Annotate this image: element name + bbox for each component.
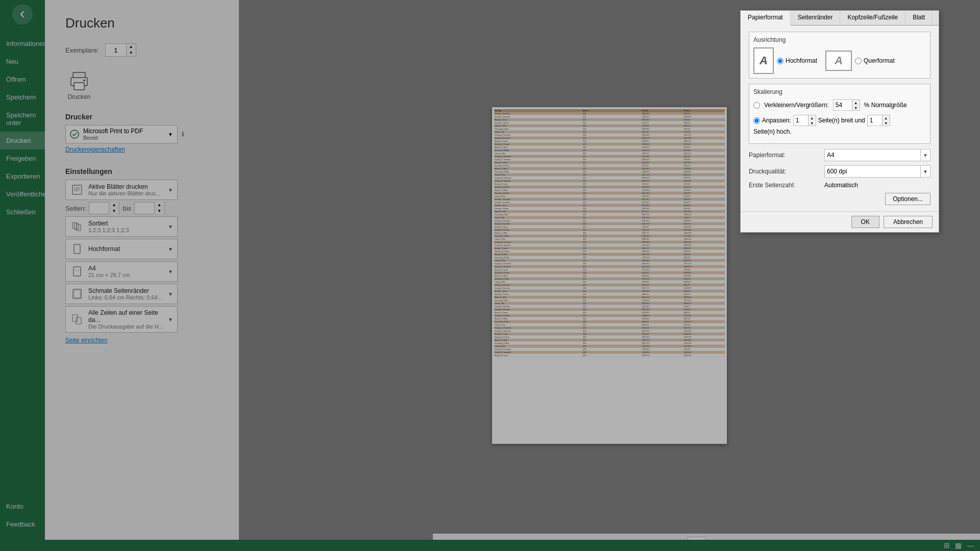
fit-height-decrement[interactable]: ▼ [883, 120, 890, 126]
landscape-radio[interactable] [855, 58, 862, 64]
scale-percent-radio[interactable] [753, 102, 760, 109]
tab-kopfzeile[interactable]: Kopfzeile/Fußzeile [840, 11, 905, 25]
page-setup-dialog: Papierformat Seitenränder Kopfzeile/Fußz… [740, 10, 939, 233]
scale-percent-spinner[interactable]: ▲ ▼ [833, 99, 860, 111]
abbrechen-button[interactable]: Abbrechen [884, 216, 933, 228]
tab-blatt[interactable]: Blatt [905, 11, 933, 25]
verkleinern-row: Verkleinern/Vergrößern: ▲ ▼ % Normalgröß… [753, 99, 926, 111]
papierformat-label: Papierformat: [749, 152, 820, 159]
landscape-label: Querformat [864, 57, 895, 64]
ausrichtung-label: Ausrichtung [753, 36, 926, 43]
druckqualitaet-label: Druckqualität: [749, 168, 820, 175]
papierformat-value: A4 [825, 152, 920, 159]
skalierung-label: Skalierung [753, 88, 926, 95]
optionen-button[interactable]: Optionen... [885, 193, 930, 205]
erste-seitenzahl-row: Erste Seitenzahl: Automatisch [749, 182, 930, 189]
druckqualitaet-dropdown[interactable]: 600 dpi ▼ [824, 165, 930, 178]
portrait-box: A [753, 47, 774, 74]
verkleinern-label: Verkleinern/Vergrößern: [764, 102, 829, 109]
druckqualitaet-arrow: ▼ [920, 166, 930, 177]
dialog-body: Ausrichtung A Hochformat [741, 26, 939, 211]
druckqualitaet-value: 600 dpi [825, 168, 920, 175]
tab-papierformat[interactable]: Papierformat [741, 11, 791, 26]
landscape-box: A [825, 51, 852, 71]
anpassen-row: Anpassen: ▲ ▼ Seite(n) breit und ▲ ▼ [753, 115, 926, 135]
dialog-tabs: Papierformat Seitenränder Kopfzeile/Fußz… [741, 11, 939, 26]
erste-seitenzahl-label: Erste Seitenzahl: [749, 182, 820, 189]
dialog-footer: OK Abbrechen [741, 211, 939, 232]
fit-width-increment[interactable]: ▲ [808, 115, 816, 120]
scale-percent-input[interactable] [834, 100, 852, 110]
papierformat-arrow: ▼ [920, 149, 930, 161]
portrait-radio[interactable] [777, 58, 783, 64]
scale-fit-radio[interactable] [753, 117, 760, 124]
papierformat-row: Papierformat: A4 ▼ [749, 149, 930, 161]
ok-button[interactable]: OK [851, 216, 879, 228]
fit-height-increment[interactable]: ▲ [883, 115, 890, 120]
seiten-breit-label: Seite(n) breit und [818, 117, 865, 124]
fit-height-input[interactable] [868, 115, 882, 126]
normalgroe-label: % Normalgröße [864, 102, 907, 109]
scale-increment[interactable]: ▲ [852, 100, 860, 105]
seiten-hoch-label: Seite(n) hoch. [753, 128, 792, 135]
fit-width-spinner[interactable]: ▲ ▼ [793, 115, 816, 126]
portrait-label: Hochformat [786, 57, 817, 64]
erste-seitenzahl-value: Automatisch [824, 182, 858, 189]
scale-decrement[interactable]: ▼ [852, 105, 860, 110]
papierformat-dropdown[interactable]: A4 ▼ [824, 149, 930, 161]
druckqualitaet-row: Druckqualität: 600 dpi ▼ [749, 165, 930, 178]
dialog-overlay: Papierformat Seitenränder Kopfzeile/Fußz… [0, 0, 980, 551]
tab-seitenraender[interactable]: Seitenränder [791, 11, 841, 25]
fit-width-input[interactable] [794, 115, 808, 126]
fit-height-spinner[interactable]: ▲ ▼ [867, 115, 890, 126]
anpassen-label: Anpassen: [762, 117, 791, 124]
fit-width-decrement[interactable]: ▼ [808, 120, 816, 126]
